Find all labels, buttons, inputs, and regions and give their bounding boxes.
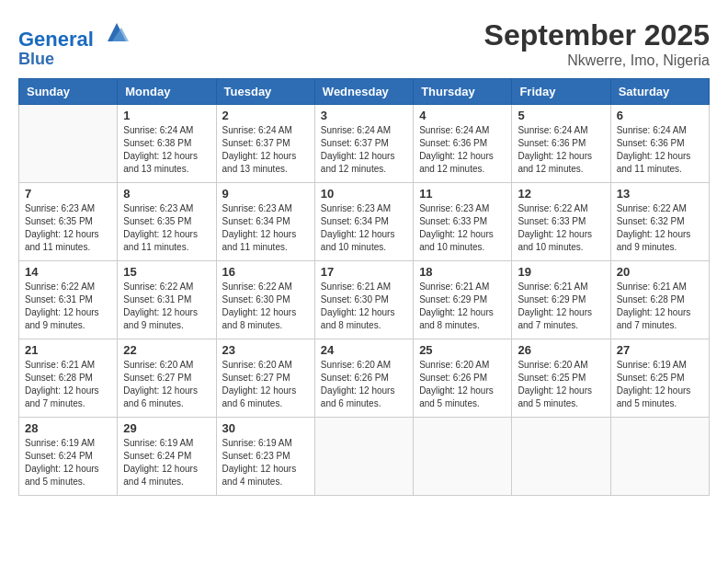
day-info: Sunrise: 6:19 AM Sunset: 6:25 PM Dayligh… <box>617 359 703 410</box>
location: Nkwerre, Imo, Nigeria <box>484 52 710 69</box>
calendar-cell: 7Sunrise: 6:23 AM Sunset: 6:35 PM Daylig… <box>19 183 118 261</box>
calendar-cell: 3Sunrise: 6:24 AM Sunset: 6:37 PM Daylig… <box>314 105 413 183</box>
logo: General Blue <box>18 18 131 69</box>
calendar-cell: 27Sunrise: 6:19 AM Sunset: 6:25 PM Dayli… <box>610 339 709 418</box>
day-info: Sunrise: 6:19 AM Sunset: 6:24 PM Dayligh… <box>123 437 210 488</box>
week-row-4: 21Sunrise: 6:21 AM Sunset: 6:28 PM Dayli… <box>19 339 710 418</box>
calendar-cell: 22Sunrise: 6:20 AM Sunset: 6:27 PM Dayli… <box>118 339 216 418</box>
calendar-cell <box>314 418 413 496</box>
day-number: 12 <box>518 187 604 201</box>
calendar-cell: 28Sunrise: 6:19 AM Sunset: 6:24 PM Dayli… <box>19 418 118 496</box>
day-number: 27 <box>617 343 703 357</box>
day-number: 10 <box>321 187 407 201</box>
day-info: Sunrise: 6:20 AM Sunset: 6:27 PM Dayligh… <box>123 359 210 410</box>
calendar-cell <box>610 418 709 496</box>
day-info: Sunrise: 6:23 AM Sunset: 6:35 PM Dayligh… <box>25 202 111 254</box>
calendar-cell: 25Sunrise: 6:20 AM Sunset: 6:26 PM Dayli… <box>414 339 512 418</box>
day-info: Sunrise: 6:21 AM Sunset: 6:29 PM Dayligh… <box>419 281 506 332</box>
day-info: Sunrise: 6:22 AM Sunset: 6:31 PM Dayligh… <box>123 281 210 332</box>
calendar-cell: 17Sunrise: 6:21 AM Sunset: 6:30 PM Dayli… <box>314 261 413 339</box>
calendar-cell <box>512 418 610 496</box>
day-number: 1 <box>123 109 210 122</box>
day-header-thursday: Thursday <box>414 79 512 105</box>
day-info: Sunrise: 6:24 AM Sunset: 6:36 PM Dayligh… <box>518 124 604 176</box>
day-number: 19 <box>518 265 604 279</box>
calendar-cell: 12Sunrise: 6:22 AM Sunset: 6:33 PM Dayli… <box>512 183 610 261</box>
day-info: Sunrise: 6:21 AM Sunset: 6:30 PM Dayligh… <box>321 281 407 332</box>
day-info: Sunrise: 6:24 AM Sunset: 6:37 PM Dayligh… <box>321 124 407 176</box>
day-number: 6 <box>617 109 703 122</box>
day-number: 28 <box>25 421 111 435</box>
calendar-cell: 13Sunrise: 6:22 AM Sunset: 6:32 PM Dayli… <box>610 183 709 261</box>
day-header-monday: Monday <box>118 79 216 105</box>
day-info: Sunrise: 6:23 AM Sunset: 6:33 PM Dayligh… <box>419 202 506 254</box>
day-number: 22 <box>123 343 210 357</box>
day-info: Sunrise: 6:23 AM Sunset: 6:35 PM Dayligh… <box>123 202 210 254</box>
day-info: Sunrise: 6:19 AM Sunset: 6:23 PM Dayligh… <box>222 437 309 488</box>
calendar-cell: 21Sunrise: 6:21 AM Sunset: 6:28 PM Dayli… <box>19 339 118 418</box>
day-info: Sunrise: 6:24 AM Sunset: 6:36 PM Dayligh… <box>419 124 506 176</box>
day-info: Sunrise: 6:19 AM Sunset: 6:24 PM Dayligh… <box>25 437 111 488</box>
day-number: 17 <box>321 265 407 279</box>
day-info: Sunrise: 6:24 AM Sunset: 6:38 PM Dayligh… <box>123 124 210 176</box>
calendar-cell: 19Sunrise: 6:21 AM Sunset: 6:29 PM Dayli… <box>512 261 610 339</box>
day-info: Sunrise: 6:24 AM Sunset: 6:36 PM Dayligh… <box>617 124 703 176</box>
day-number: 15 <box>123 265 210 279</box>
logo-icon <box>103 18 131 46</box>
day-number: 9 <box>222 187 309 201</box>
week-row-5: 28Sunrise: 6:19 AM Sunset: 6:24 PM Dayli… <box>19 418 710 496</box>
calendar-cell <box>414 418 512 496</box>
day-info: Sunrise: 6:22 AM Sunset: 6:31 PM Dayligh… <box>25 281 111 332</box>
day-number: 18 <box>419 265 506 279</box>
calendar-cell: 5Sunrise: 6:24 AM Sunset: 6:36 PM Daylig… <box>512 105 610 183</box>
calendar-cell: 30Sunrise: 6:19 AM Sunset: 6:23 PM Dayli… <box>216 418 314 496</box>
day-header-wednesday: Wednesday <box>314 79 413 105</box>
day-info: Sunrise: 6:22 AM Sunset: 6:32 PM Dayligh… <box>617 202 703 254</box>
week-row-1: 1Sunrise: 6:24 AM Sunset: 6:38 PM Daylig… <box>19 105 710 183</box>
calendar-cell: 6Sunrise: 6:24 AM Sunset: 6:36 PM Daylig… <box>610 105 709 183</box>
week-row-3: 14Sunrise: 6:22 AM Sunset: 6:31 PM Dayli… <box>19 261 710 339</box>
day-number: 30 <box>222 421 309 435</box>
calendar-cell: 8Sunrise: 6:23 AM Sunset: 6:35 PM Daylig… <box>118 183 216 261</box>
day-number: 5 <box>518 109 604 122</box>
day-info: Sunrise: 6:22 AM Sunset: 6:33 PM Dayligh… <box>518 202 604 254</box>
day-number: 21 <box>25 343 111 357</box>
day-header-saturday: Saturday <box>610 79 709 105</box>
day-number: 16 <box>222 265 309 279</box>
month-title: September 2025 <box>484 18 710 52</box>
calendar-cell: 20Sunrise: 6:21 AM Sunset: 6:28 PM Dayli… <box>610 261 709 339</box>
day-info: Sunrise: 6:20 AM Sunset: 6:27 PM Dayligh… <box>222 359 309 410</box>
calendar-table: SundayMondayTuesdayWednesdayThursdayFrid… <box>18 78 710 496</box>
calendar-cell: 16Sunrise: 6:22 AM Sunset: 6:30 PM Dayli… <box>216 261 314 339</box>
calendar-cell: 14Sunrise: 6:22 AM Sunset: 6:31 PM Dayli… <box>19 261 118 339</box>
calendar-header-row: SundayMondayTuesdayWednesdayThursdayFrid… <box>19 79 710 105</box>
week-row-2: 7Sunrise: 6:23 AM Sunset: 6:35 PM Daylig… <box>19 183 710 261</box>
day-number: 7 <box>25 187 111 201</box>
day-info: Sunrise: 6:21 AM Sunset: 6:28 PM Dayligh… <box>617 281 703 332</box>
title-block: September 2025 Nkwerre, Imo, Nigeria <box>484 18 710 69</box>
day-info: Sunrise: 6:20 AM Sunset: 6:25 PM Dayligh… <box>518 359 604 410</box>
calendar-cell <box>19 105 118 183</box>
calendar-cell: 24Sunrise: 6:20 AM Sunset: 6:26 PM Dayli… <box>314 339 413 418</box>
day-number: 25 <box>419 343 506 357</box>
day-info: Sunrise: 6:23 AM Sunset: 6:34 PM Dayligh… <box>222 202 309 254</box>
day-number: 29 <box>123 421 210 435</box>
day-number: 8 <box>123 187 210 201</box>
calendar-cell: 1Sunrise: 6:24 AM Sunset: 6:38 PM Daylig… <box>118 105 216 183</box>
calendar-cell: 10Sunrise: 6:23 AM Sunset: 6:34 PM Dayli… <box>314 183 413 261</box>
day-header-friday: Friday <box>512 79 610 105</box>
day-header-tuesday: Tuesday <box>216 79 314 105</box>
day-number: 26 <box>518 343 604 357</box>
day-number: 2 <box>222 109 309 122</box>
day-info: Sunrise: 6:20 AM Sunset: 6:26 PM Dayligh… <box>321 359 407 410</box>
calendar-cell: 29Sunrise: 6:19 AM Sunset: 6:24 PM Dayli… <box>118 418 216 496</box>
day-info: Sunrise: 6:20 AM Sunset: 6:26 PM Dayligh… <box>419 359 506 410</box>
day-number: 11 <box>419 187 506 201</box>
page-header: General Blue September 2025 Nkwerre, Imo… <box>18 18 710 69</box>
calendar-cell: 18Sunrise: 6:21 AM Sunset: 6:29 PM Dayli… <box>414 261 512 339</box>
day-info: Sunrise: 6:21 AM Sunset: 6:28 PM Dayligh… <box>25 359 111 410</box>
calendar-cell: 2Sunrise: 6:24 AM Sunset: 6:37 PM Daylig… <box>216 105 314 183</box>
calendar-cell: 23Sunrise: 6:20 AM Sunset: 6:27 PM Dayli… <box>216 339 314 418</box>
day-number: 24 <box>321 343 407 357</box>
logo-text: General <box>18 18 131 51</box>
